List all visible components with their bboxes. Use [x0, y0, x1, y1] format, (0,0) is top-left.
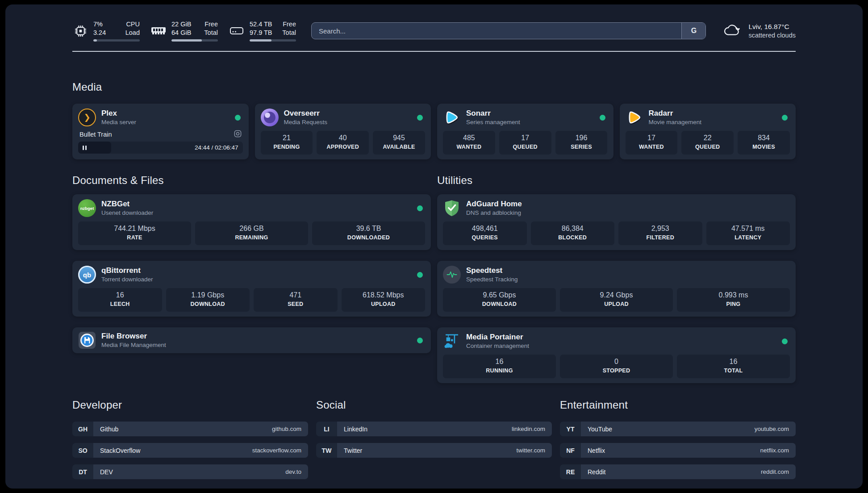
- service-card-plex[interactable]: ❯ Plex Media server Bullet Train: [72, 104, 249, 159]
- link-name: LinkedIn: [344, 426, 367, 433]
- service-card-portainer[interactable]: Media Portainer Container management 16R…: [437, 327, 796, 383]
- service-card-nzbget[interactable]: nzbget NZBGet Usenet downloader 744.21 M…: [72, 194, 431, 250]
- stat-tile: 9.24 GbpsUPLOAD: [560, 288, 673, 312]
- stat-tile: 498,461QUERIES: [443, 221, 527, 245]
- link-github[interactable]: GH Githubgithub.com: [72, 422, 308, 436]
- link-url: stackoverflow.com: [252, 447, 301, 454]
- weather-condition: scattered clouds: [748, 31, 796, 40]
- link-name: Twitter: [344, 447, 362, 454]
- service-name: File Browser: [101, 331, 166, 341]
- memory-total-value: 64 GiB: [171, 29, 191, 37]
- service-card-overseerr[interactable]: Overseerr Media Requests 21PENDING 40APP…: [255, 104, 431, 159]
- disk-free-label: Free: [282, 20, 296, 29]
- link-abbr-badge: DT: [72, 464, 93, 479]
- stat-tile: 744.21 MbpsRATE: [78, 221, 191, 245]
- stat-tile: 47.571 msLATENCY: [706, 221, 790, 245]
- link-abbr-badge: LI: [316, 422, 337, 436]
- documents-section-title: Documents & Files: [72, 174, 431, 187]
- service-name: Overseerr: [284, 109, 328, 118]
- disk-free-value: 52.4 TB: [250, 20, 272, 29]
- service-name: AdGuard Home: [466, 199, 522, 209]
- service-description: Media server: [101, 118, 136, 126]
- stat-tile: 16TOTAL: [677, 355, 790, 378]
- link-stackoverflow[interactable]: SO StackOverflowstackoverflow.com: [72, 443, 308, 458]
- stat-tile: 86,384BLOCKED: [531, 221, 615, 245]
- service-name: NZBGet: [101, 199, 153, 209]
- disk-total-value: 97.9 TB: [250, 29, 272, 37]
- link-reddit[interactable]: RE Redditreddit.com: [560, 464, 796, 479]
- memory-free-value: 22 GiB: [171, 20, 191, 29]
- plex-icon: ❯: [78, 109, 96, 126]
- developer-links-section: Developer GH Githubgithub.com SO StackOv…: [72, 398, 308, 486]
- status-online-dot: [782, 115, 788, 121]
- stat-tile: 40APPROVED: [317, 131, 369, 155]
- memory-total-label: Total: [204, 29, 218, 37]
- stat-tile: 834MOVIES: [738, 131, 790, 155]
- load-label: Load: [125, 29, 140, 37]
- link-name: Netflix: [588, 447, 605, 454]
- developer-section-title: Developer: [72, 398, 308, 412]
- link-dev[interactable]: DT DEVdev.to: [72, 464, 308, 479]
- service-card-sonarr[interactable]: Sonarr Series management 485WANTED 17QUE…: [437, 104, 613, 159]
- disk-icon: [229, 25, 245, 37]
- status-online-dot: [417, 272, 423, 278]
- stat-tile: 0.993 msPING: [677, 288, 790, 312]
- cpu-load-value: 3.24: [93, 29, 106, 37]
- stat-tile: 9.65 GbpsDOWNLOAD: [443, 288, 556, 312]
- stat-tile: 16RUNNING: [443, 355, 556, 378]
- memory-stat: 22 GiB64 GiB FreeTotal: [150, 20, 218, 42]
- service-description: Series management: [466, 118, 520, 126]
- cloud-icon: [722, 22, 743, 40]
- service-name: Sonarr: [466, 109, 520, 118]
- stat-tile: 16LEECH: [78, 288, 162, 312]
- media-section-title: Media: [72, 80, 796, 94]
- playback-time: 24:44 / 02:06:47: [195, 144, 238, 151]
- link-netflix[interactable]: NF Netflixnetflix.com: [560, 443, 796, 458]
- disk-progress-bar: [250, 39, 296, 42]
- filebrowser-icon: [78, 331, 96, 349]
- portainer-icon: [443, 332, 461, 350]
- search-provider-button[interactable]: G: [681, 23, 705, 39]
- link-youtube[interactable]: YT YouTubeyoutube.com: [560, 422, 796, 436]
- cpu-stat: 7%3.24 CPULoad: [72, 20, 140, 42]
- cpu-icon: [72, 24, 88, 38]
- link-url: linkedin.com: [512, 426, 545, 432]
- service-card-radarr[interactable]: Radarr Movie management 17WANTED 22QUEUE…: [620, 104, 796, 159]
- documents-section: Documents & Files nzbget NZBGet Usenet d…: [72, 174, 431, 353]
- service-description: Media Requests: [284, 118, 328, 126]
- pause-icon: [83, 146, 87, 150]
- entertainment-section-title: Entertainment: [560, 398, 796, 412]
- cpu-progress-bar: [93, 39, 140, 42]
- service-card-speedtest[interactable]: Speedtest Speedtest Tracking 9.65 GbpsDO…: [437, 261, 796, 317]
- utilities-section-title: Utilities: [437, 174, 796, 187]
- nzbget-icon: nzbget: [78, 199, 96, 217]
- link-url: dev.to: [285, 468, 301, 475]
- link-name: StackOverflow: [100, 447, 140, 454]
- link-twitter[interactable]: TW Twittertwitter.com: [316, 443, 552, 458]
- service-description: Torrent downloader: [101, 276, 153, 284]
- service-card-adguard[interactable]: AdGuard Home DNS and adblocking 498,461Q…: [437, 194, 796, 250]
- service-card-filebrowser[interactable]: File Browser Media File Management: [72, 327, 431, 353]
- link-abbr-badge: SO: [72, 443, 93, 458]
- link-url: netflix.com: [760, 447, 789, 454]
- status-online-dot: [600, 115, 605, 121]
- service-description: Container management: [466, 342, 529, 350]
- stat-tile: 485WANTED: [443, 131, 495, 155]
- service-card-qbittorrent[interactable]: qb qBittorrent Torrent downloader 16LEEC…: [72, 261, 431, 317]
- search-input[interactable]: [312, 27, 681, 35]
- cpu-usage-value: 7%: [93, 20, 106, 29]
- service-name: Plex: [101, 109, 136, 118]
- link-abbr-badge: TW: [316, 443, 337, 458]
- stat-tile: 618.52 MbpsUPLOAD: [342, 288, 426, 312]
- speedtest-icon: [443, 266, 461, 284]
- link-url: twitter.com: [516, 447, 545, 454]
- stat-tile: 17QUEUED: [499, 131, 551, 155]
- now-playing-session-icon: [234, 130, 242, 139]
- search-bar[interactable]: G: [311, 22, 706, 39]
- sonarr-icon: [443, 109, 461, 126]
- service-description: DNS and adblocking: [466, 209, 522, 217]
- memory-progress-bar: [171, 39, 218, 42]
- link-linkedin[interactable]: LI LinkedInlinkedin.com: [316, 422, 552, 436]
- status-online-dot: [417, 205, 423, 211]
- link-name: Reddit: [588, 468, 605, 476]
